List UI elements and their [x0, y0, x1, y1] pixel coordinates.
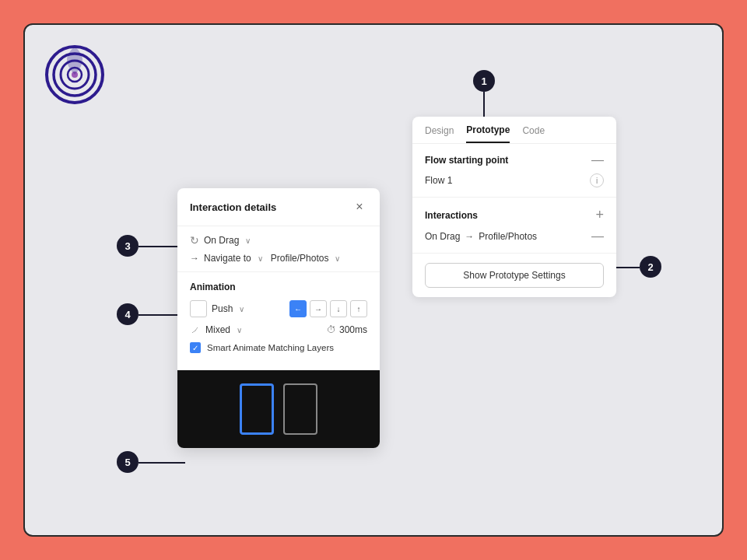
flow-minus-button[interactable]: — [591, 153, 604, 167]
dir-right-btn[interactable]: → [310, 300, 327, 317]
flow-name: Flow 1 [425, 175, 452, 186]
smart-animate-checkbox[interactable]: ✓ [190, 342, 201, 353]
dir-left-btn[interactable]: ← [289, 300, 307, 317]
animation-section: Animation Push ∨ ← → ↓ ↑ ⟋ Mixed [177, 272, 380, 370]
add-interaction-button[interactable]: + [595, 207, 604, 223]
interaction-details-panel: Interaction details × ↻ On Drag ∨ → Navi… [177, 188, 380, 448]
drag-icon: ↻ [190, 234, 199, 247]
close-button[interactable]: × [352, 199, 367, 215]
interaction-arrow-icon: → [465, 231, 474, 242]
trigger-label: On Drag [204, 235, 239, 246]
direction-buttons: ← → ↓ ↑ [289, 300, 367, 317]
animation-preview [177, 370, 380, 448]
interaction-on-drag: On Drag [425, 231, 460, 242]
anim-type-arrow: ∨ [239, 305, 244, 313]
flow-section-header: Flow starting point — [425, 153, 604, 167]
smart-animate-label: Smart Animate Matching Layers [207, 343, 334, 352]
flow-info-button[interactable]: i [590, 173, 604, 187]
checkmark-icon: ✓ [192, 344, 198, 352]
interaction-item-row: On Drag → Profile/Photos — [425, 229, 604, 243]
action-row: → Navigate to ∨ Profile/Photos ∨ [190, 253, 367, 264]
easing-label: Mixed [205, 324, 230, 335]
navigate-label: Navigate to [204, 253, 251, 264]
anim-type-box [190, 300, 207, 317]
callout-2: 2 [640, 256, 661, 278]
show-prototype-settings-button[interactable]: Show Prototype Settings [425, 263, 604, 288]
callout-5: 5 [117, 451, 139, 473]
smart-animate-row: ✓ Smart Animate Matching Layers [190, 342, 367, 353]
easing-icon: ⟋ [190, 324, 201, 336]
interactions-section-header: Interactions + [425, 207, 604, 223]
anim-left: Push ∨ [190, 300, 244, 317]
callout-3: 3 [117, 235, 139, 257]
trigger-section: ↻ On Drag ∨ → Navigate to ∨ Profile/Phot… [177, 226, 380, 272]
dir-up-btn[interactable]: ↑ [350, 300, 367, 317]
tab-design[interactable]: Design [425, 125, 454, 142]
interaction-dest: Profile/Photos [479, 231, 537, 242]
duration-value: 300ms [339, 324, 367, 335]
callout-1: 1 [473, 70, 495, 92]
callout-1-line [483, 92, 485, 117]
logo [44, 44, 106, 106]
preview-phone-right [283, 383, 317, 435]
main-frame: 1 2 3 4 5 Interaction details × ↻ On Dra… [23, 23, 724, 537]
preview-phone-left [240, 383, 274, 435]
prototype-panel: Design Prototype Code Flow starting poin… [412, 117, 616, 297]
flow-section-title: Flow starting point [425, 155, 508, 166]
anim-type-row: Push ∨ ← → ↓ ↑ [190, 300, 367, 317]
tab-code[interactable]: Code [522, 125, 545, 142]
callout-2-line [612, 267, 640, 268]
callout-4: 4 [117, 303, 139, 325]
flow-name-row: Flow 1 i [425, 173, 604, 187]
prototype-tabs: Design Prototype Code [412, 117, 616, 144]
interaction-panel-title: Interaction details [190, 201, 276, 213]
easing-left: ⟋ Mixed ∨ [190, 324, 242, 336]
trigger-dropdown-arrow: ∨ [245, 236, 251, 245]
navigate-dropdown-arrow: ∨ [258, 254, 263, 263]
animation-title: Animation [190, 282, 367, 292]
dest-label: Profile/Photos [271, 253, 329, 264]
dest-dropdown-arrow: ∨ [335, 254, 340, 263]
interactions-section-title: Interactions [425, 210, 478, 221]
interaction-panel-header: Interaction details × [177, 188, 380, 226]
easing-row: ⟋ Mixed ∨ ⏱ 300ms [190, 324, 367, 336]
navigate-arrow-icon: → [190, 253, 199, 264]
clock-icon: ⏱ [327, 324, 336, 335]
interactions-section: Interactions + On Drag → Profile/Photos … [412, 198, 616, 254]
duration-display: ⏱ 300ms [327, 324, 367, 335]
flow-section: Flow starting point — Flow 1 i [412, 144, 616, 198]
remove-interaction-button[interactable]: — [591, 229, 604, 243]
dir-down-btn[interactable]: ↓ [330, 300, 347, 317]
anim-type-label: Push [212, 303, 233, 314]
trigger-row: ↻ On Drag ∨ [190, 234, 367, 247]
tab-prototype[interactable]: Prototype [466, 124, 510, 143]
easing-arrow: ∨ [237, 326, 242, 334]
callout-5-line [139, 462, 185, 464]
